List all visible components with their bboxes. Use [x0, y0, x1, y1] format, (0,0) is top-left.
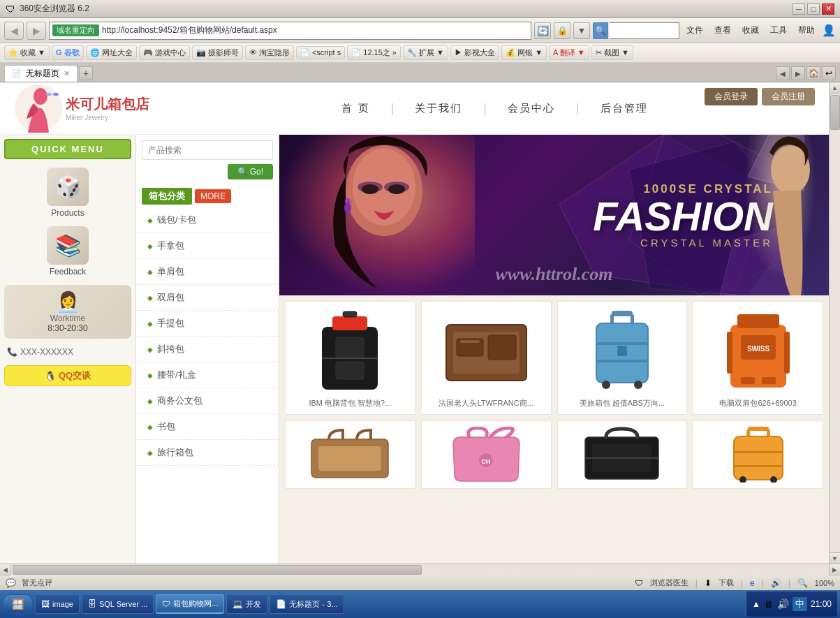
cat-backpack-label: 双肩包: [157, 291, 184, 304]
bookmark-bank[interactable]: 💰 网银 ▼: [501, 45, 547, 60]
product-card-3[interactable]: 美旅箱包 超值ABS万向...: [557, 301, 688, 415]
product-card-6[interactable]: CH: [421, 420, 552, 489]
sidebar-products-item[interactable]: 🎲 Products: [0, 163, 135, 222]
product-name-3: 美旅箱包 超值ABS万向...: [563, 398, 681, 409]
app-icon-shop: 🛡: [162, 599, 170, 609]
tab-next-btn[interactable]: ▶: [791, 66, 805, 80]
sidebar-feedback-item[interactable]: 📚 Feedback: [0, 222, 135, 281]
product-card-1[interactable]: IBM 电脑背包 智慧地?...: [285, 301, 415, 415]
cat-item-wallet[interactable]: ◆ 钱包/卡包: [136, 207, 279, 233]
taskbar-app-sql[interactable]: 🗄 SQL Server ...: [82, 594, 154, 614]
start-button[interactable]: 🪟: [3, 594, 33, 614]
browser-icon: 🛡: [6, 3, 15, 15]
left-sidebar: QUICK MENU 🎲 Products 📚 Feedback: [0, 135, 136, 564]
bookmark-video[interactable]: ▶ 影视大全: [450, 45, 499, 60]
scroll-up-btn[interactable]: ▲: [830, 82, 840, 94]
address-input[interactable]: [102, 26, 528, 36]
hscroll-right-btn[interactable]: ▶: [829, 564, 840, 575]
taskbar-icon-up[interactable]: ▲: [752, 599, 760, 609]
member-register-btn[interactable]: 会员注册: [762, 88, 815, 105]
nav-admin[interactable]: 后台管理: [580, 102, 669, 115]
bookmark-taobao[interactable]: 👁 淘宝隐形: [245, 45, 294, 60]
taskbar-clock[interactable]: 21:00: [811, 599, 832, 609]
browser-search-input[interactable]: [610, 22, 679, 39]
menu-view[interactable]: 查看: [710, 24, 735, 36]
nav-about[interactable]: 关于我们: [394, 102, 483, 115]
logo-text-area: 米可儿箱包店 Miker Jewelry: [66, 95, 149, 122]
cat-item-tote[interactable]: ◆ 手提包: [136, 311, 279, 337]
menu-help[interactable]: 帮助: [794, 24, 819, 36]
product-card-2[interactable]: 法国老人头LTWFRANC商...: [421, 301, 552, 415]
bookmark-screenshot[interactable]: ✂ 截图 ▼: [591, 45, 633, 60]
menu-bookmarks[interactable]: 收藏: [738, 24, 763, 36]
maximize-btn[interactable]: □: [807, 3, 820, 15]
cat-belt-label: 腰带/礼盒: [157, 369, 196, 381]
bookmark-date[interactable]: 📄 12.15之 »: [347, 45, 401, 60]
more-btn[interactable]: MORE: [195, 189, 231, 203]
taskbar-app-image[interactable]: 🖼 image: [35, 594, 80, 614]
nav-member[interactable]: 会员中心: [487, 102, 576, 115]
close-btn[interactable]: ✕: [822, 3, 834, 15]
cat-item-crossbody[interactable]: ◆ 斜挎包: [136, 337, 279, 362]
diamond-icon4: ◆: [147, 294, 153, 302]
hscroll-thumb[interactable]: [13, 565, 422, 575]
download-label[interactable]: 下载: [719, 577, 734, 588]
cat-item-briefcase[interactable]: ◆ 商务公文包: [136, 388, 279, 414]
tab-active[interactable]: 📄 无标题页 ✕: [4, 65, 78, 82]
minimize-btn[interactable]: ─: [793, 3, 805, 15]
search-go-btn[interactable]: 🔍 Go!: [228, 164, 273, 179]
bookmark-google[interactable]: G 谷歌: [52, 45, 84, 60]
home-btn[interactable]: 🏠: [806, 66, 820, 80]
svg-point-14: [344, 203, 351, 214]
back-btn[interactable]: ◀: [4, 22, 24, 40]
tab-label: 无标题页: [26, 68, 59, 80]
diamond-icon3: ◆: [147, 268, 153, 276]
new-tab-btn[interactable]: +: [79, 66, 93, 80]
nav-arrow-icon[interactable]: ▼: [573, 22, 590, 39]
taskbar-app-tab[interactable]: 📄 无标题页 - 3...: [270, 594, 344, 614]
tab-close-icon[interactable]: ✕: [64, 69, 70, 78]
status-sep4: |: [788, 578, 790, 588]
refresh-icon[interactable]: 🔄: [534, 22, 551, 39]
taskbar-app-dev[interactable]: 💻 开发: [226, 594, 267, 614]
cat-item-backpack[interactable]: ◆ 双肩包: [136, 285, 279, 311]
secure-icon[interactable]: 🔒: [554, 22, 570, 39]
bookmark-script[interactable]: 📄 <script s: [296, 46, 345, 59]
product-search-input[interactable]: [142, 140, 273, 160]
product-card-8[interactable]: [693, 420, 823, 489]
menu-tools[interactable]: 工具: [766, 24, 791, 36]
qq-btn[interactable]: 🐧 QQ交谈: [4, 365, 131, 386]
bookmark-photo[interactable]: 📷 摄影师哥: [192, 45, 243, 60]
browser-doctor-label[interactable]: 浏览器医生: [650, 577, 688, 588]
product-card-5[interactable]: [285, 420, 415, 489]
hscroll-track: [11, 564, 829, 575]
cat-item-belt[interactable]: ◆ 腰带/礼盒: [136, 362, 279, 388]
forward-btn[interactable]: ▶: [27, 22, 46, 40]
member-login-btn[interactable]: 会员登录: [705, 88, 758, 105]
bookmark-translate[interactable]: A 翻译 ▼: [549, 45, 589, 60]
cat-item-luggage[interactable]: ◆ 旅行箱包: [136, 440, 279, 466]
status-sep2: |: [741, 578, 743, 588]
bookmark-sites[interactable]: 🌐 网址大全: [86, 45, 137, 60]
scroll-thumb[interactable]: [830, 95, 840, 130]
taskbar-app-shop[interactable]: 🛡 箱包购物网...: [156, 594, 224, 614]
search-magnifier-icon: 🔍: [237, 167, 248, 177]
tab-prev-btn[interactable]: ◀: [776, 66, 790, 80]
zoom-level[interactable]: 100%: [815, 579, 834, 587]
redirect-label[interactable]: 域名重定向: [52, 24, 99, 36]
cat-item-schoolbag[interactable]: ◆ 书包: [136, 414, 279, 440]
nav-home[interactable]: 首 页: [320, 102, 390, 115]
svg-rect-34: [596, 360, 648, 362]
hscroll-left-btn[interactable]: ◀: [0, 564, 11, 575]
scroll-down-btn[interactable]: ▼: [830, 552, 840, 564]
menu-file[interactable]: 文件: [682, 24, 707, 36]
reload-btn[interactable]: ↩: [822, 66, 836, 80]
bookmark-games[interactable]: 🎮 游戏中心: [139, 45, 190, 60]
product-card-4[interactable]: SWISS 电脑双肩包626+69003: [693, 301, 823, 415]
cat-item-handbag[interactable]: ◆ 手拿包: [136, 233, 279, 259]
product-card-7[interactable]: [557, 420, 688, 489]
user-icon[interactable]: 👤: [822, 24, 836, 37]
cat-item-shoulder[interactable]: ◆ 单肩包: [136, 259, 279, 285]
bookmark-ext[interactable]: 🔧 扩展 ▼: [403, 45, 448, 60]
bookmark-favorites[interactable]: ⭐ 收藏 ▼: [4, 45, 50, 60]
